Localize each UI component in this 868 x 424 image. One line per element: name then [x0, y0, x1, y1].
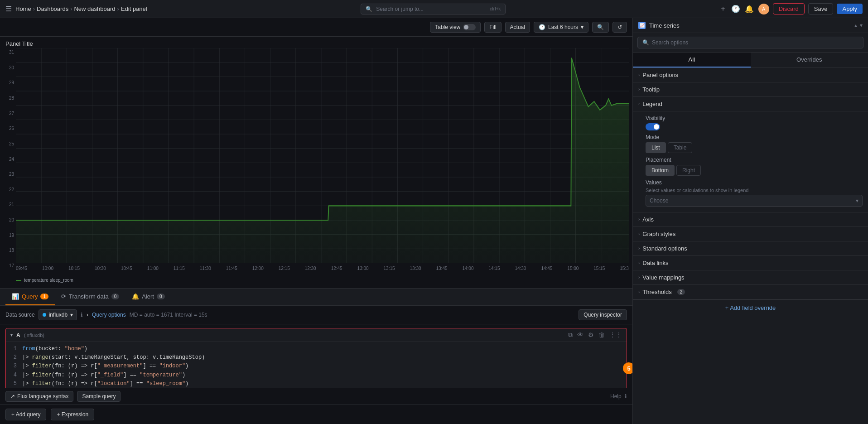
- x-label-17: 13:45: [436, 266, 448, 271]
- query-block-a: 5 ▾ A (influxdb) ⧉ 👁 ⚙ 🗑 ⋮⋮: [5, 328, 627, 388]
- placement-bottom-button[interactable]: Bottom: [646, 165, 675, 176]
- flux-syntax-button[interactable]: ↗ Flux language syntax: [5, 391, 73, 402]
- apply-button[interactable]: Apply: [837, 4, 863, 14]
- section-panel-options[interactable]: › Panel options: [633, 68, 868, 82]
- enable-icon[interactable]: 👁: [577, 331, 583, 339]
- time-range-button[interactable]: 🕐 Last 6 hours ▾: [534, 22, 588, 33]
- section-graph-styles[interactable]: › Graph styles: [633, 227, 868, 241]
- section-standard-options[interactable]: › Standard options: [633, 241, 868, 256]
- search-options-icon: 🔍: [642, 39, 649, 46]
- mode-table-button[interactable]: Table: [668, 142, 693, 153]
- sample-query-label: Sample query: [82, 393, 116, 400]
- tab-query[interactable]: 📊 Query 1: [5, 289, 55, 305]
- query-bottom-bar: ↗ Flux language syntax Sample query Help…: [0, 388, 632, 405]
- section-legend[interactable]: › Legend: [633, 97, 868, 111]
- chart-toolbar: Table view Fill Actual 🕐 Last 6 hours ▾ …: [0, 18, 632, 37]
- zoom-button[interactable]: 🔍: [592, 22, 609, 33]
- legend-color-indicator: [16, 280, 21, 281]
- actual-button[interactable]: Actual: [505, 22, 530, 33]
- hamburger-menu-icon[interactable]: ☰: [5, 5, 12, 13]
- avatar[interactable]: A: [758, 4, 769, 14]
- expression-button[interactable]: + Expression: [51, 409, 94, 420]
- code-line-3: 3 |> filter(fn: (r) => r["_measurement"]…: [10, 362, 622, 371]
- code-editor[interactable]: 1 from(bucket: "home") 2 |> range(start:…: [6, 342, 627, 388]
- x-label-9: 11:45: [226, 266, 237, 271]
- sample-query-button[interactable]: Sample query: [77, 391, 121, 402]
- global-search-bar[interactable]: 🔍 Search or jump to... ctrl+k: [361, 4, 506, 14]
- settings-icon[interactable]: ⚙: [588, 331, 594, 339]
- breadcrumb-dashboards[interactable]: Dashboards: [37, 5, 68, 12]
- tab-alert[interactable]: 🔔 Alert 0: [125, 289, 171, 305]
- y-label-17: 17: [2, 263, 14, 268]
- placement-right-button[interactable]: Right: [676, 165, 701, 176]
- y-label-25: 25: [2, 141, 14, 146]
- bell-icon[interactable]: 🔔: [745, 5, 754, 13]
- tab-overrides[interactable]: Overrides: [751, 53, 868, 67]
- table-view-button[interactable]: Table view: [430, 22, 481, 33]
- y-label-20: 20: [2, 217, 14, 222]
- discard-button[interactable]: Discard: [773, 3, 805, 14]
- placement-label: Placement: [646, 157, 863, 163]
- y-label-21: 21: [2, 202, 14, 207]
- breadcrumb-new-dashboard[interactable]: New dashboard: [74, 5, 115, 12]
- query-editor-wrap: 5 ▾ A (influxdb) ⧉ 👁 ⚙ 🗑 ⋮⋮: [0, 324, 632, 388]
- top-bar-left: ☰ Home › Dashboards › New dashboard › Ed…: [5, 5, 147, 13]
- y-label-27: 27: [2, 111, 14, 116]
- tab-transform-data[interactable]: ⟳ Transform data 0: [55, 289, 125, 305]
- drag-handle-icon[interactable]: ⋮⋮: [609, 331, 622, 339]
- tab-all[interactable]: All: [633, 53, 751, 67]
- x-label-13: 12:45: [331, 266, 342, 271]
- refresh-button[interactable]: ↺: [612, 22, 627, 33]
- panel-type-label: Time series: [649, 22, 851, 29]
- query-options-link[interactable]: Query options: [92, 312, 126, 318]
- table-view-toggle[interactable]: [463, 24, 476, 30]
- section-data-links[interactable]: › Data links: [633, 256, 868, 270]
- info-icon[interactable]: ℹ: [81, 312, 83, 318]
- fill-button[interactable]: Fill: [484, 22, 501, 33]
- tab-overrides-label: Overrides: [796, 56, 822, 63]
- breadcrumb-sep-1: ›: [33, 5, 35, 12]
- search-options-input[interactable]: 🔍 Search options: [637, 37, 863, 48]
- y-label-23: 23: [2, 172, 14, 177]
- chart-svg: [16, 48, 629, 263]
- query-inspector-button[interactable]: Query inspector: [579, 309, 627, 320]
- visibility-toggle[interactable]: [646, 123, 660, 130]
- breadcrumb: Home › Dashboards › New dashboard › Edit…: [15, 5, 147, 12]
- flux-link-icon: ↗: [10, 393, 15, 400]
- breadcrumb-home[interactable]: Home: [15, 5, 31, 12]
- add-field-override-button[interactable]: + Add field override: [633, 299, 868, 316]
- help-link[interactable]: Help ℹ: [610, 393, 627, 400]
- top-bar: ☰ Home › Dashboards › New dashboard › Ed…: [0, 0, 868, 18]
- panel-chevron-up-icon[interactable]: ▴: [854, 22, 857, 29]
- x-label-24: 15:3: [620, 266, 628, 271]
- values-placeholder: Choose: [650, 198, 668, 204]
- visibility-label: Visibility: [646, 115, 863, 121]
- section-thresholds[interactable]: › Thresholds 2: [633, 285, 868, 299]
- svg-marker-39: [16, 58, 629, 263]
- plus-icon[interactable]: ＋: [719, 4, 727, 14]
- chart-canvas: [16, 48, 629, 263]
- mode-btn-group: List Table: [646, 142, 863, 153]
- clock-icon[interactable]: 🕐: [731, 5, 740, 13]
- tooltip-chevron-icon: ›: [638, 87, 640, 92]
- copy-icon[interactable]: ⧉: [568, 331, 573, 339]
- x-label-11: 12:15: [279, 266, 290, 271]
- options-tabs: All Overrides: [633, 53, 868, 68]
- time-range-label: Last 6 hours: [548, 24, 578, 30]
- x-label-16: 13:30: [410, 266, 421, 271]
- code-line-4: 4 |> filter(fn: (r) => r["_field"] == "t…: [10, 371, 622, 380]
- delete-icon[interactable]: 🗑: [598, 331, 605, 339]
- mode-list-button[interactable]: List: [646, 142, 666, 153]
- x-label-4: 10:30: [95, 266, 106, 271]
- save-button[interactable]: Save: [808, 3, 834, 14]
- section-tooltip[interactable]: › Tooltip: [633, 82, 868, 97]
- section-axis[interactable]: › Axis: [633, 212, 868, 227]
- section-value-mappings[interactable]: › Value mappings: [633, 270, 868, 285]
- options-list: › Panel options › Tooltip › Legend Visib…: [633, 68, 868, 424]
- collapse-arrow-icon[interactable]: ▾: [10, 332, 13, 337]
- datasource-select[interactable]: influxdb ▾: [39, 309, 77, 320]
- values-choose-select[interactable]: Choose ▾: [646, 195, 863, 207]
- alert-label: Alert: [142, 293, 154, 300]
- add-query-button[interactable]: + Add query: [5, 409, 46, 420]
- panel-chevron-down-icon[interactable]: ▾: [860, 22, 863, 29]
